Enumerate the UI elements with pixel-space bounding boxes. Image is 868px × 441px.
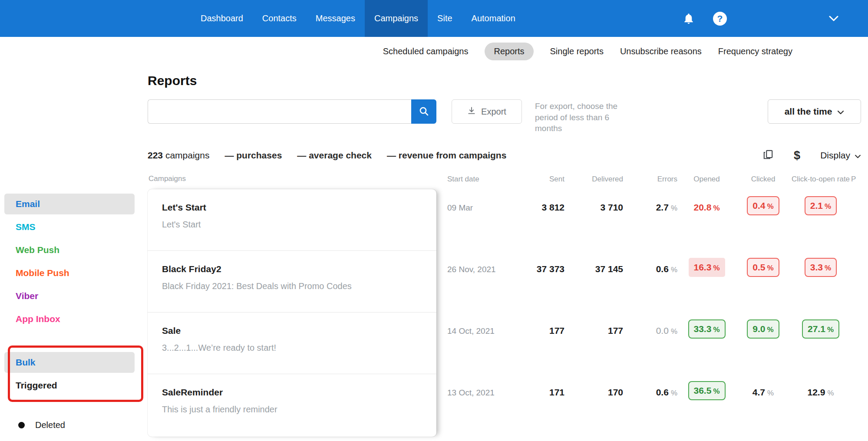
legend-average-check[interactable]: — average check xyxy=(297,150,372,161)
errors-value: 0.6% xyxy=(623,374,677,436)
account-chevron-down-icon[interactable] xyxy=(829,16,838,21)
search-icon xyxy=(419,106,429,118)
campaign-subject: This is just a friendly reminder xyxy=(162,405,424,415)
legend-purchases[interactable]: — purchases xyxy=(224,150,282,161)
period-selector[interactable]: all the time xyxy=(768,99,861,124)
clicked-value: 0.5% xyxy=(736,251,790,313)
top-nav: Dashboard Contacts Messages Campaigns Si… xyxy=(0,0,868,37)
currency-toggle-icon[interactable]: $ xyxy=(794,149,800,162)
campaign-row[interactable]: Sale 3...2...1...We’re ready to start! xyxy=(148,313,436,374)
delivered-value: 37 145 xyxy=(564,251,623,313)
clicked-badge: 0.5% xyxy=(747,258,779,277)
start-date-value: 14 Oct, 2021 xyxy=(447,313,517,374)
campaign-subject: Black Friday 2021: Best Deals with Promo… xyxy=(162,281,424,291)
opened-value: 33.3% xyxy=(677,313,736,374)
nav-campaigns[interactable]: Campaigns xyxy=(365,0,428,37)
tab-scheduled-campaigns[interactable]: Scheduled campaigns xyxy=(383,46,469,56)
reports-table-body: Let's Start Let's Start Black Friday2 Bl… xyxy=(148,189,861,437)
opened-value: 16.3% xyxy=(677,251,736,313)
click-to-open-value: 3.3% xyxy=(790,251,851,313)
sidebar-item-mobile-push[interactable]: Mobile Push xyxy=(4,263,135,283)
column-header-sent[interactable]: Sent xyxy=(517,174,564,184)
column-header-start-date[interactable]: Start date xyxy=(447,174,517,184)
truncated-cell xyxy=(851,374,861,436)
campaign-name: SaleReminder xyxy=(162,387,424,398)
truncated-cell xyxy=(851,313,861,374)
nav-messages[interactable]: Messages xyxy=(306,0,365,37)
deleted-dot-icon xyxy=(18,422,25,428)
export-label: Export xyxy=(481,107,506,117)
clicked-badge: 9.0% xyxy=(747,319,779,339)
campaign-row[interactable]: Black Friday2 Black Friday 2021: Best De… xyxy=(148,251,436,313)
nav-contacts[interactable]: Contacts xyxy=(253,0,306,37)
deleted-label: Deleted xyxy=(35,420,65,430)
campaign-row[interactable]: Let's Start Let's Start xyxy=(148,189,436,251)
tab-unsubscribe-reasons[interactable]: Unsubscribe reasons xyxy=(620,46,702,56)
errors-value: 0.6% xyxy=(623,251,677,313)
nav-automation[interactable]: Automation xyxy=(462,0,525,37)
export-icon xyxy=(467,106,476,117)
start-date-value: 13 Oct, 2021 xyxy=(447,374,517,436)
toolbar: Export For export, choose the period of … xyxy=(148,99,861,134)
campaign-metrics-row: 13 Oct, 2021 171 170 0.6% 36.5% 4.7% 12.… xyxy=(436,374,861,436)
column-header-errors[interactable]: Errors xyxy=(623,174,677,184)
clicked-value: 4.7% xyxy=(736,374,790,436)
column-header-truncated[interactable]: P xyxy=(851,174,861,184)
column-header-delivered[interactable]: Delivered xyxy=(564,174,623,184)
errors-value: 0.0% xyxy=(623,313,677,374)
chevron-down-icon xyxy=(855,150,861,161)
campaign-row[interactable]: SaleReminder This is just a friendly rem… xyxy=(148,374,436,436)
click-to-open-value: 12.9% xyxy=(790,374,851,436)
display-columns-control[interactable]: Display xyxy=(820,150,861,161)
tab-reports[interactable]: Reports xyxy=(485,43,533,60)
ctor-badge: 2.1% xyxy=(805,196,837,215)
sent-value: 171 xyxy=(517,374,564,436)
sidebar-item-email[interactable]: Email xyxy=(4,194,135,214)
tab-single-reports[interactable]: Single reports xyxy=(550,46,604,56)
nav-dashboard[interactable]: Dashboard xyxy=(191,0,253,37)
stats-row: 223 campaigns — purchases — average chec… xyxy=(148,149,861,162)
legend-revenue[interactable]: — revenue from campaigns xyxy=(387,150,506,161)
notifications-bell-icon[interactable] xyxy=(683,13,695,25)
errors-value: 2.7% xyxy=(623,189,677,251)
truncated-cell xyxy=(851,251,861,313)
column-header-opened[interactable]: Opened xyxy=(677,174,736,184)
column-header-click-to-open-rate[interactable]: Click-to-open rate xyxy=(790,174,851,184)
campaign-count: 223 campaigns xyxy=(148,150,209,161)
click-to-open-value: 27.1% xyxy=(790,313,851,374)
table-header: Campaigns Start date Sent Delivered Erro… xyxy=(148,174,861,184)
search-input[interactable] xyxy=(148,99,411,124)
nav-site[interactable]: Site xyxy=(428,0,462,37)
column-header-clicked[interactable]: Clicked xyxy=(736,174,790,184)
export-button[interactable]: Export xyxy=(452,99,522,124)
start-date-value: 26 Nov, 2021 xyxy=(447,251,517,313)
reports-main: Reports Export For export, choose the pe… xyxy=(148,66,868,441)
export-note: For export, choose the period of less th… xyxy=(535,99,638,134)
delivered-value: 177 xyxy=(564,313,623,374)
chevron-down-icon xyxy=(837,106,844,117)
opened-badge: 36.5% xyxy=(688,381,726,400)
table-controls: $ Display xyxy=(762,149,861,162)
sent-value: 37 373 xyxy=(517,251,564,313)
clicked-value: 0.4% xyxy=(736,189,790,251)
sidebar-item-sms[interactable]: SMS xyxy=(4,217,135,237)
campaign-names-card: Let's Start Let's Start Black Friday2 Bl… xyxy=(148,189,436,437)
search-button[interactable] xyxy=(411,99,436,124)
delivered-value: 3 710 xyxy=(564,189,623,251)
sidebar-item-bulk[interactable]: Bulk xyxy=(4,352,135,373)
help-icon[interactable]: ? xyxy=(713,12,727,26)
sent-value: 177 xyxy=(517,313,564,374)
deleted-filter[interactable]: Deleted xyxy=(0,420,148,430)
campaign-metrics-row: 26 Nov, 2021 37 373 37 145 0.6% 16.3% 0.… xyxy=(436,251,861,313)
display-label: Display xyxy=(820,150,850,161)
tab-frequency-strategy[interactable]: Frequency strategy xyxy=(718,46,792,56)
copy-columns-icon[interactable] xyxy=(762,149,774,162)
delivered-value: 170 xyxy=(564,374,623,436)
sidebar-item-viber[interactable]: Viber xyxy=(4,286,135,306)
opened-badge: 33.3% xyxy=(688,319,726,339)
sidebar-item-triggered[interactable]: Triggered xyxy=(4,375,135,396)
ctor-badge: 27.1% xyxy=(802,319,839,339)
campaign-subject: Let's Start xyxy=(162,220,424,230)
sidebar-item-web-push[interactable]: Web Push xyxy=(4,240,135,260)
sidebar-item-app-inbox[interactable]: App Inbox xyxy=(4,309,135,329)
